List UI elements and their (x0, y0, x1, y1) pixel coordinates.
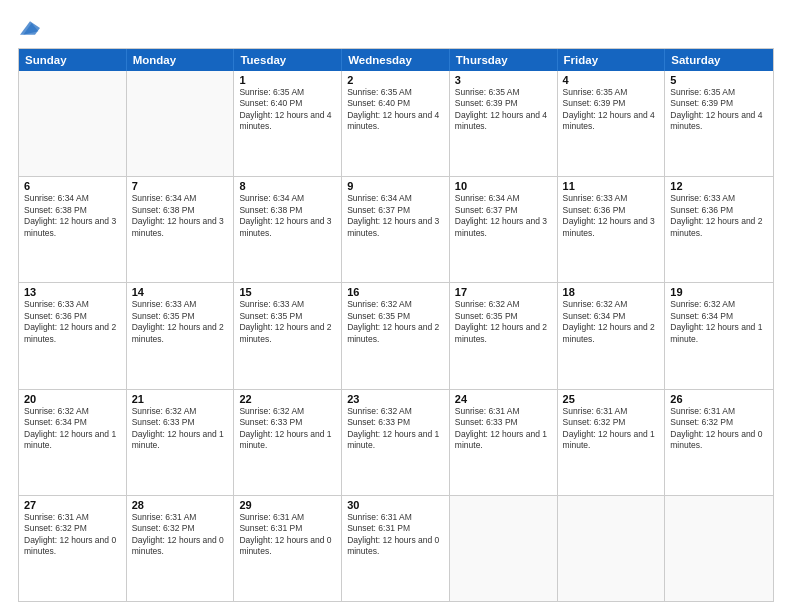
cal-cell-0-2: 1Sunrise: 6:35 AM Sunset: 6:40 PM Daylig… (234, 71, 342, 176)
day-info: Sunrise: 6:31 AM Sunset: 6:32 PM Dayligh… (132, 512, 229, 558)
cal-cell-4-3: 30Sunrise: 6:31 AM Sunset: 6:31 PM Dayli… (342, 496, 450, 601)
cal-row-4: 27Sunrise: 6:31 AM Sunset: 6:32 PM Dayli… (19, 495, 773, 601)
day-info: Sunrise: 6:34 AM Sunset: 6:37 PM Dayligh… (347, 193, 444, 239)
cal-cell-1-2: 8Sunrise: 6:34 AM Sunset: 6:38 PM Daylig… (234, 177, 342, 282)
cal-cell-2-5: 18Sunrise: 6:32 AM Sunset: 6:34 PM Dayli… (558, 283, 666, 388)
day-number: 28 (132, 499, 229, 511)
day-info: Sunrise: 6:35 AM Sunset: 6:40 PM Dayligh… (239, 87, 336, 133)
day-info: Sunrise: 6:35 AM Sunset: 6:40 PM Dayligh… (347, 87, 444, 133)
cal-header-sunday: Sunday (19, 49, 127, 71)
calendar-body: 1Sunrise: 6:35 AM Sunset: 6:40 PM Daylig… (19, 71, 773, 601)
day-info: Sunrise: 6:31 AM Sunset: 6:31 PM Dayligh… (347, 512, 444, 558)
day-number: 18 (563, 286, 660, 298)
day-number: 1 (239, 74, 336, 86)
cal-row-0: 1Sunrise: 6:35 AM Sunset: 6:40 PM Daylig… (19, 71, 773, 176)
day-info: Sunrise: 6:34 AM Sunset: 6:38 PM Dayligh… (239, 193, 336, 239)
cal-cell-0-0 (19, 71, 127, 176)
calendar: SundayMondayTuesdayWednesdayThursdayFrid… (18, 48, 774, 602)
logo-icon (20, 18, 40, 38)
day-info: Sunrise: 6:33 AM Sunset: 6:35 PM Dayligh… (132, 299, 229, 345)
day-number: 8 (239, 180, 336, 192)
cal-cell-3-2: 22Sunrise: 6:32 AM Sunset: 6:33 PM Dayli… (234, 390, 342, 495)
day-info: Sunrise: 6:34 AM Sunset: 6:38 PM Dayligh… (132, 193, 229, 239)
day-info: Sunrise: 6:35 AM Sunset: 6:39 PM Dayligh… (455, 87, 552, 133)
day-number: 13 (24, 286, 121, 298)
day-info: Sunrise: 6:34 AM Sunset: 6:38 PM Dayligh… (24, 193, 121, 239)
header (18, 18, 774, 38)
cal-cell-0-4: 3Sunrise: 6:35 AM Sunset: 6:39 PM Daylig… (450, 71, 558, 176)
cal-cell-3-6: 26Sunrise: 6:31 AM Sunset: 6:32 PM Dayli… (665, 390, 773, 495)
day-info: Sunrise: 6:33 AM Sunset: 6:36 PM Dayligh… (563, 193, 660, 239)
cal-cell-0-3: 2Sunrise: 6:35 AM Sunset: 6:40 PM Daylig… (342, 71, 450, 176)
cal-cell-3-0: 20Sunrise: 6:32 AM Sunset: 6:34 PM Dayli… (19, 390, 127, 495)
day-info: Sunrise: 6:31 AM Sunset: 6:32 PM Dayligh… (24, 512, 121, 558)
cal-cell-3-1: 21Sunrise: 6:32 AM Sunset: 6:33 PM Dayli… (127, 390, 235, 495)
day-number: 19 (670, 286, 768, 298)
page: SundayMondayTuesdayWednesdayThursdayFrid… (0, 0, 792, 612)
day-number: 29 (239, 499, 336, 511)
day-number: 23 (347, 393, 444, 405)
cal-cell-4-2: 29Sunrise: 6:31 AM Sunset: 6:31 PM Dayli… (234, 496, 342, 601)
cal-cell-3-4: 24Sunrise: 6:31 AM Sunset: 6:33 PM Dayli… (450, 390, 558, 495)
calendar-header: SundayMondayTuesdayWednesdayThursdayFrid… (19, 49, 773, 71)
cal-cell-3-5: 25Sunrise: 6:31 AM Sunset: 6:32 PM Dayli… (558, 390, 666, 495)
day-info: Sunrise: 6:31 AM Sunset: 6:32 PM Dayligh… (563, 406, 660, 452)
cal-cell-1-0: 6Sunrise: 6:34 AM Sunset: 6:38 PM Daylig… (19, 177, 127, 282)
cal-header-saturday: Saturday (665, 49, 773, 71)
cal-cell-4-6 (665, 496, 773, 601)
day-info: Sunrise: 6:32 AM Sunset: 6:35 PM Dayligh… (455, 299, 552, 345)
day-number: 3 (455, 74, 552, 86)
day-number: 17 (455, 286, 552, 298)
day-info: Sunrise: 6:32 AM Sunset: 6:34 PM Dayligh… (24, 406, 121, 452)
cal-row-1: 6Sunrise: 6:34 AM Sunset: 6:38 PM Daylig… (19, 176, 773, 282)
day-number: 30 (347, 499, 444, 511)
day-info: Sunrise: 6:33 AM Sunset: 6:36 PM Dayligh… (24, 299, 121, 345)
day-info: Sunrise: 6:34 AM Sunset: 6:37 PM Dayligh… (455, 193, 552, 239)
day-number: 5 (670, 74, 768, 86)
day-info: Sunrise: 6:35 AM Sunset: 6:39 PM Dayligh… (670, 87, 768, 133)
cal-cell-2-6: 19Sunrise: 6:32 AM Sunset: 6:34 PM Dayli… (665, 283, 773, 388)
day-number: 21 (132, 393, 229, 405)
day-number: 26 (670, 393, 768, 405)
day-info: Sunrise: 6:33 AM Sunset: 6:36 PM Dayligh… (670, 193, 768, 239)
cal-cell-0-6: 5Sunrise: 6:35 AM Sunset: 6:39 PM Daylig… (665, 71, 773, 176)
day-number: 10 (455, 180, 552, 192)
cal-cell-0-1 (127, 71, 235, 176)
logo (18, 18, 40, 38)
day-number: 7 (132, 180, 229, 192)
day-info: Sunrise: 6:32 AM Sunset: 6:33 PM Dayligh… (239, 406, 336, 452)
cal-cell-2-2: 15Sunrise: 6:33 AM Sunset: 6:35 PM Dayli… (234, 283, 342, 388)
day-info: Sunrise: 6:31 AM Sunset: 6:31 PM Dayligh… (239, 512, 336, 558)
cal-cell-1-5: 11Sunrise: 6:33 AM Sunset: 6:36 PM Dayli… (558, 177, 666, 282)
cal-row-3: 20Sunrise: 6:32 AM Sunset: 6:34 PM Dayli… (19, 389, 773, 495)
day-info: Sunrise: 6:32 AM Sunset: 6:34 PM Dayligh… (670, 299, 768, 345)
day-number: 6 (24, 180, 121, 192)
day-info: Sunrise: 6:33 AM Sunset: 6:35 PM Dayligh… (239, 299, 336, 345)
cal-cell-1-1: 7Sunrise: 6:34 AM Sunset: 6:38 PM Daylig… (127, 177, 235, 282)
cal-row-2: 13Sunrise: 6:33 AM Sunset: 6:36 PM Dayli… (19, 282, 773, 388)
cal-cell-4-4 (450, 496, 558, 601)
day-info: Sunrise: 6:31 AM Sunset: 6:33 PM Dayligh… (455, 406, 552, 452)
day-info: Sunrise: 6:35 AM Sunset: 6:39 PM Dayligh… (563, 87, 660, 133)
cal-cell-1-6: 12Sunrise: 6:33 AM Sunset: 6:36 PM Dayli… (665, 177, 773, 282)
cal-header-wednesday: Wednesday (342, 49, 450, 71)
day-number: 20 (24, 393, 121, 405)
day-info: Sunrise: 6:32 AM Sunset: 6:33 PM Dayligh… (347, 406, 444, 452)
cal-header-monday: Monday (127, 49, 235, 71)
cal-cell-3-3: 23Sunrise: 6:32 AM Sunset: 6:33 PM Dayli… (342, 390, 450, 495)
cal-cell-2-1: 14Sunrise: 6:33 AM Sunset: 6:35 PM Dayli… (127, 283, 235, 388)
cal-cell-1-3: 9Sunrise: 6:34 AM Sunset: 6:37 PM Daylig… (342, 177, 450, 282)
cal-cell-2-4: 17Sunrise: 6:32 AM Sunset: 6:35 PM Dayli… (450, 283, 558, 388)
cal-cell-2-3: 16Sunrise: 6:32 AM Sunset: 6:35 PM Dayli… (342, 283, 450, 388)
day-number: 11 (563, 180, 660, 192)
day-number: 22 (239, 393, 336, 405)
day-info: Sunrise: 6:32 AM Sunset: 6:35 PM Dayligh… (347, 299, 444, 345)
cal-cell-2-0: 13Sunrise: 6:33 AM Sunset: 6:36 PM Dayli… (19, 283, 127, 388)
day-number: 27 (24, 499, 121, 511)
day-number: 24 (455, 393, 552, 405)
cal-header-thursday: Thursday (450, 49, 558, 71)
day-number: 9 (347, 180, 444, 192)
day-info: Sunrise: 6:32 AM Sunset: 6:33 PM Dayligh… (132, 406, 229, 452)
day-number: 12 (670, 180, 768, 192)
cal-cell-4-5 (558, 496, 666, 601)
